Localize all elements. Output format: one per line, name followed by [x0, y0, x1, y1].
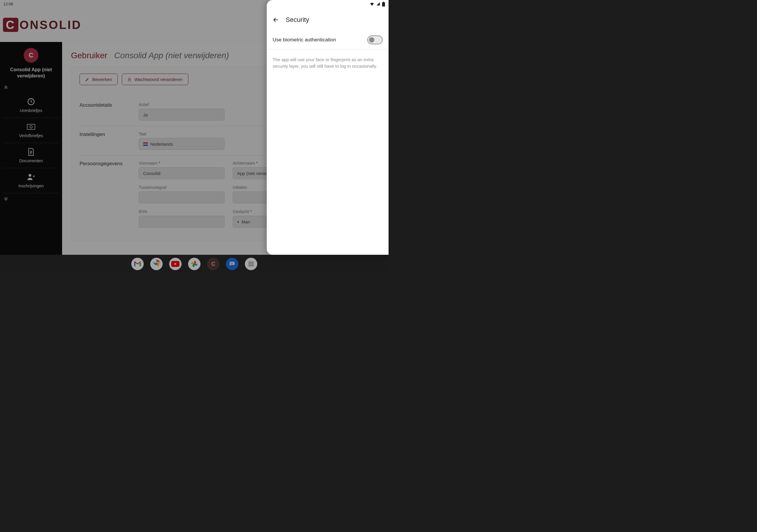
sheet-status-icons — [370, 2, 385, 7]
svg-rect-6 — [383, 2, 384, 2]
wifi-icon — [370, 2, 374, 6]
sheet-title: Security — [286, 16, 309, 24]
biometric-toggle[interactable] — [367, 36, 383, 44]
biometric-row[interactable]: Use biometric authentication — [267, 31, 388, 49]
security-side-sheet: Security Use biometric authentication Th… — [267, 0, 388, 255]
toggle-knob — [369, 37, 374, 43]
biometric-label: Use biometric authentication — [273, 37, 336, 43]
biometric-description: The app will use your face or fingerprin… — [267, 49, 388, 76]
svg-rect-5 — [382, 2, 385, 7]
signal-icon — [376, 2, 380, 6]
battery-icon — [382, 2, 385, 7]
back-button[interactable] — [273, 16, 279, 23]
